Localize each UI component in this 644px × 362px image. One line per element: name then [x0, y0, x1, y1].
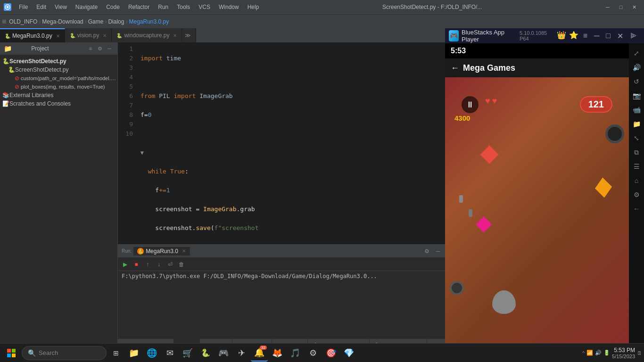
menu-window[interactable]: Window: [215, 3, 243, 11]
sys-tray-notification[interactable]: 🗓: [637, 350, 642, 356]
tree-external-libs[interactable]: 📚 External Libraries: [0, 91, 117, 99]
sys-tray-network[interactable]: 📶: [586, 350, 593, 356]
clear-btn[interactable]: 🗑: [176, 259, 187, 270]
taskbar-app-music[interactable]: 🎵: [287, 345, 304, 362]
toolbar-icon-1[interactable]: ≡: [2, 17, 6, 26]
code-editor[interactable]: 1 2 3 4 5 6 7 8 9 10 import time: [118, 42, 445, 352]
bs-minimize-btn[interactable]: ─: [591, 31, 602, 41]
taskbar-app-store[interactable]: 🛒: [179, 345, 196, 362]
game-pause-button[interactable]: ⏸: [462, 96, 479, 113]
tab-vision[interactable]: 🐍 vision.py ✕: [65, 28, 112, 42]
tree-error-2[interactable]: ⊘ plot_boxes(img, results, move=True): [0, 82, 117, 91]
taskbar-app-pycharm[interactable]: 🐍: [197, 345, 214, 362]
tree-file-1[interactable]: 🐍 ScreenShotDetect.py: [0, 66, 117, 74]
bs-btn-resize[interactable]: ⤡: [630, 132, 643, 144]
menu-view[interactable]: View: [51, 3, 71, 11]
start-button[interactable]: [2, 344, 21, 362]
bs-btn-screenshot[interactable]: 📷: [630, 90, 643, 102]
bs-extra-btn[interactable]: ⫸: [627, 31, 640, 41]
sys-tray-arrow[interactable]: ^: [582, 350, 585, 356]
tab-close-windowcapture[interactable]: ✕: [173, 33, 177, 38]
tree-libs-icon: 📚: [2, 91, 9, 99]
menu-file[interactable]: File: [15, 3, 32, 11]
taskbar-app-task-view[interactable]: ⊞: [107, 345, 124, 362]
run-tab-megarun[interactable]: 🐍 MegaRun3.0 ✕: [133, 247, 190, 255]
taskbar-app-games[interactable]: 🎯: [322, 345, 339, 362]
breadcrumb-game[interactable]: Game: [88, 18, 104, 25]
breadcrumb-dialog[interactable]: Dialog: [108, 18, 124, 25]
taskbar-app-other[interactable]: 💎: [340, 345, 357, 362]
bs-btn-home[interactable]: ⌂: [630, 174, 643, 187]
sidebar-collapse-btn[interactable]: ≡: [86, 44, 95, 53]
settings-btn[interactable]: ⚙: [421, 246, 432, 256]
game-coins: 4300: [454, 114, 470, 122]
tab-close-vision[interactable]: ✕: [103, 33, 107, 38]
tree-scratches[interactable]: 📝 Scratches and Consoles: [0, 99, 117, 108]
breadcrumb-old-info[interactable]: OLD_INFO: [9, 18, 37, 25]
tab-more[interactable]: ≫: [182, 28, 196, 42]
sidebar-settings-btn[interactable]: ⚙: [96, 44, 104, 53]
game-back-button[interactable]: ←: [451, 63, 459, 73]
taskbar-app-telegram[interactable]: ✈: [233, 345, 250, 362]
run-tab-close[interactable]: ✕: [182, 248, 186, 254]
close-button[interactable]: ✕: [628, 3, 640, 11]
menu-edit[interactable]: Edit: [33, 3, 50, 11]
tab-windowcapture[interactable]: 🐍 windowcapture.py ✕: [112, 28, 182, 42]
sys-tray-volume[interactable]: 🔊: [595, 350, 602, 356]
wrap-btn[interactable]: ⏎: [165, 259, 175, 270]
menu-navigate[interactable]: Navigate: [72, 3, 101, 11]
bs-btn-back[interactable]: ←: [630, 203, 643, 215]
taskbar-app-edge[interactable]: 🌐: [143, 345, 160, 362]
minimize-button[interactable]: ─: [602, 3, 614, 11]
taskbar-app-firefox[interactable]: 🦊: [269, 345, 286, 362]
taskbar-clock[interactable]: 5:53 PM 5/15/2023: [612, 347, 635, 359]
run-tab-icon: 🐍: [137, 248, 144, 255]
bs-btn-settings[interactable]: ⚙: [630, 189, 643, 201]
taskbar-app-file-explorer[interactable]: 📁: [125, 345, 142, 362]
breadcrumb-mega-download[interactable]: Mega-Download: [42, 18, 83, 25]
python-file-icon: 🐍: [5, 33, 10, 39]
sidebar-title: Project: [31, 45, 57, 52]
code-content[interactable]: import time from PIL import ImageGrab f=…: [137, 42, 445, 244]
bs-btn-layers[interactable]: ☰: [630, 160, 643, 173]
taskbar-app-mail[interactable]: ✉: [161, 345, 178, 362]
menu-code[interactable]: Code: [102, 3, 124, 11]
bs-btn-expand[interactable]: ⤢: [630, 47, 643, 59]
taskbar-app-settings[interactable]: ⚙: [305, 345, 322, 362]
bs-btn-camera[interactable]: 📹: [630, 104, 643, 116]
taskbar-search[interactable]: 🔍 Search: [22, 346, 107, 360]
sidebar-minimize-btn[interactable]: ─: [105, 44, 114, 53]
scroll-up-btn[interactable]: ↑: [142, 259, 153, 270]
bs-maximize-btn[interactable]: □: [603, 31, 613, 41]
bs-btn-copy[interactable]: ⧉: [630, 146, 643, 158]
windows-taskbar: 🔍 Search ⊞ 📁 🌐 ✉ 🛒 🐍 🎮 ✈ 🔔 32 🦊 🎵 ⚙ 🎯 💎 …: [0, 343, 644, 362]
menu-tools[interactable]: Tools: [173, 3, 194, 11]
game-hearts: ♥ ♥: [485, 96, 497, 106]
bs-star-icon[interactable]: ⭐: [569, 31, 578, 41]
tab-close-megarun[interactable]: ✕: [56, 33, 60, 39]
taskbar-app-notification[interactable]: 🔔 32: [251, 345, 268, 362]
run-minimize-btn[interactable]: ─: [433, 246, 443, 256]
tab-megarun[interactable]: 🐍 MegaRun3.0.py ✕: [0, 28, 65, 42]
tree-root[interactable]: 🐍 ScreenShotDetect.py: [0, 57, 117, 66]
bs-btn-rotate[interactable]: ↺: [630, 75, 643, 88]
scroll-down-btn[interactable]: ↓: [154, 259, 164, 270]
bs-btn-folder[interactable]: 📁: [630, 118, 643, 130]
menu-vcs[interactable]: VCS: [195, 3, 214, 11]
taskbar-app-bluestacks[interactable]: 🎮: [215, 345, 232, 362]
breadcrumb-file[interactable]: MegaRun3.0.py: [129, 18, 169, 25]
stop-btn[interactable]: ■: [131, 259, 141, 270]
bs-menu-icon[interactable]: ≡: [580, 31, 590, 41]
bs-close-btn[interactable]: ✕: [614, 31, 626, 41]
menu-run[interactable]: Run: [154, 3, 172, 11]
bs-crown-icon[interactable]: 👑: [557, 31, 566, 41]
tab-label-windowcapture: windowcapture.py: [124, 32, 169, 39]
maximize-button[interactable]: □: [615, 3, 627, 11]
bs-btn-volume[interactable]: 🔊: [630, 61, 643, 74]
menu-refactor[interactable]: Refactor: [124, 3, 153, 11]
rerun-btn[interactable]: ▶: [120, 259, 130, 270]
menu-help[interactable]: Help: [244, 3, 263, 11]
search-icon: 🔍: [28, 349, 36, 357]
tree-error-1[interactable]: ⊘ custom(path_or_model='path/to/model.pt…: [0, 74, 117, 82]
sys-tray-battery[interactable]: 🔋: [603, 350, 610, 356]
